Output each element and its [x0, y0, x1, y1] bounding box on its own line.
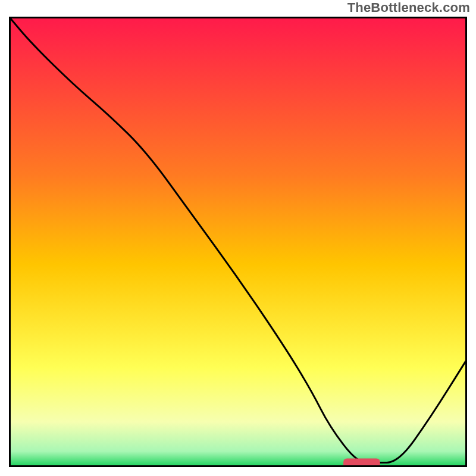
- chart-plot: [9, 17, 467, 467]
- watermark-text: TheBottleneck.com: [347, 0, 470, 15]
- chart-frame: TheBottleneck.com: [0, 0, 476, 476]
- chart-svg: [9, 17, 467, 467]
- chart-background: [9, 17, 467, 467]
